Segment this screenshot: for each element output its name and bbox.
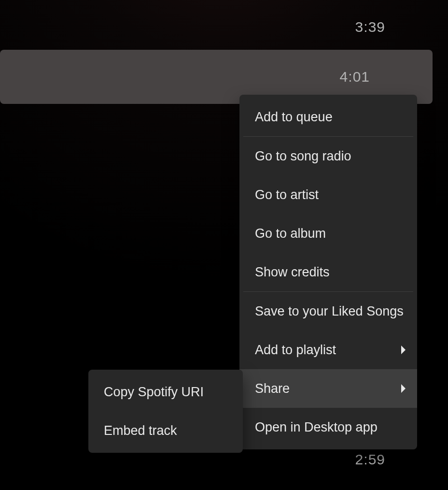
- menu-add-to-queue[interactable]: Add to queue: [239, 98, 417, 136]
- menu-label: Copy Spotify URI: [104, 385, 204, 400]
- menu-label: Go to album: [255, 226, 326, 241]
- menu-share[interactable]: Share: [239, 369, 417, 408]
- menu-label: Embed track: [104, 423, 177, 438]
- track-row[interactable]: 3:39: [0, 0, 448, 54]
- chevron-right-icon: [401, 346, 406, 354]
- menu-label: Share: [255, 381, 290, 396]
- submenu-copy-spotify-uri[interactable]: Copy Spotify URI: [88, 373, 243, 411]
- menu-open-desktop-app[interactable]: Open in Desktop app: [239, 408, 417, 447]
- track-context-menu: Add to queue Go to song radio Go to arti…: [239, 95, 417, 449]
- track-duration: 3:39: [355, 19, 385, 35]
- menu-show-credits[interactable]: Show credits: [239, 253, 417, 291]
- menu-add-to-playlist[interactable]: Add to playlist: [239, 331, 417, 369]
- menu-go-to-song-radio[interactable]: Go to song radio: [239, 137, 417, 175]
- menu-label: Go to song radio: [255, 149, 351, 164]
- menu-label: Go to artist: [255, 187, 319, 202]
- menu-label: Show credits: [255, 265, 330, 280]
- menu-label: Add to playlist: [255, 343, 336, 358]
- share-submenu: Copy Spotify URI Embed track: [88, 370, 243, 453]
- track-duration: 2:59: [355, 451, 385, 468]
- menu-label: Add to queue: [255, 110, 333, 125]
- chevron-right-icon: [401, 384, 406, 393]
- menu-label: Open in Desktop app: [255, 420, 378, 435]
- track-duration: 4:01: [340, 69, 370, 85]
- menu-go-to-album[interactable]: Go to album: [239, 214, 417, 253]
- menu-go-to-artist[interactable]: Go to artist: [239, 175, 417, 214]
- submenu-embed-track[interactable]: Embed track: [88, 411, 243, 450]
- menu-label: Save to your Liked Songs: [255, 304, 404, 319]
- menu-save-liked-songs[interactable]: Save to your Liked Songs: [239, 292, 417, 331]
